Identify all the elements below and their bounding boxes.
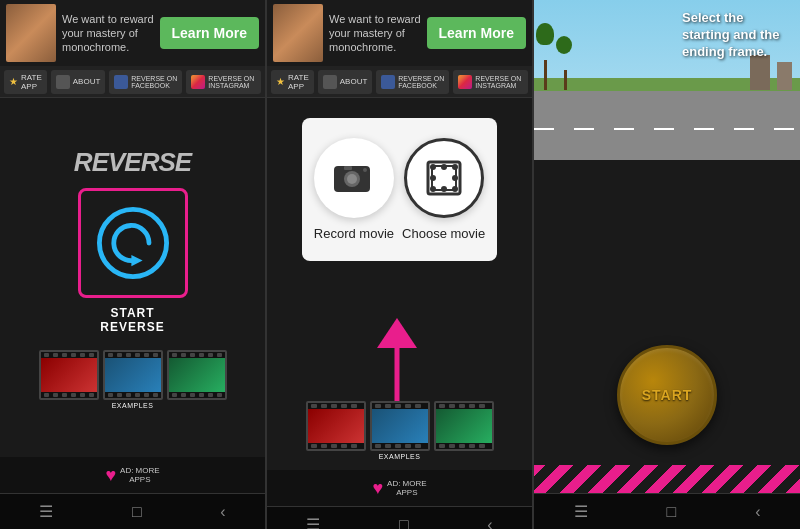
svg-point-4: [347, 174, 357, 184]
info-icon-mid: [323, 75, 337, 89]
right-main: START: [534, 160, 800, 465]
nav-bar-right: ☰ □ ‹: [534, 493, 800, 529]
stamp-icon: [422, 156, 466, 200]
nav-back-icon-right[interactable]: ‹: [755, 503, 760, 521]
svg-point-10: [452, 164, 458, 170]
rate-app-btn[interactable]: ★ RATE APP: [4, 70, 47, 94]
facebook-icon: [114, 75, 128, 89]
svg-rect-5: [344, 166, 352, 170]
svg-point-14: [441, 186, 447, 192]
ad-text-mid: We want to reward your mastery of monoch…: [329, 12, 421, 55]
hazard-stripe: [534, 465, 800, 493]
ad-more-apps-mid[interactable]: AD: MORE APPS: [387, 479, 427, 497]
ad-more-apps-left[interactable]: AD: MORE APPS: [120, 466, 160, 484]
start-reverse-button[interactable]: [78, 188, 188, 298]
panel-right: Select the starting and the ending frame…: [534, 0, 800, 529]
nav-bar-mid: ☰ □ ‹: [267, 506, 532, 529]
record-choose-dialog: Record movie: [302, 118, 497, 261]
nav-home-icon-right[interactable]: □: [667, 503, 677, 521]
svg-point-12: [452, 186, 458, 192]
svg-point-16: [452, 175, 458, 181]
film-thumb-mid-3[interactable]: [434, 401, 494, 451]
nav-back-icon[interactable]: ‹: [220, 503, 225, 521]
examples-label-mid: EXAMPLES: [379, 453, 421, 460]
nav-back-icon-mid[interactable]: ‹: [487, 516, 492, 530]
film-thumb-1[interactable]: [39, 350, 99, 400]
start-reverse-label: START REVERSE: [100, 306, 164, 334]
camera-icon: [332, 156, 376, 200]
start-button[interactable]: START: [617, 345, 717, 445]
svg-marker-1: [131, 255, 142, 266]
main-content-left: REVERSE START REVERSE: [0, 98, 265, 457]
record-circle[interactable]: [314, 138, 394, 218]
film-thumb-mid-1[interactable]: [306, 401, 366, 451]
nav-home-icon[interactable]: □: [132, 503, 142, 521]
info-icon: [56, 75, 70, 89]
panel-mid: We want to reward your mastery of monoch…: [267, 0, 534, 529]
facebook-btn-mid[interactable]: REVERSE ON FACEBOOK: [376, 70, 449, 94]
film-thumb-2[interactable]: [103, 350, 163, 400]
nav-bar-left: ☰ □ ‹: [0, 493, 265, 529]
reverse-icon: [93, 203, 173, 283]
svg-point-15: [430, 175, 436, 181]
panel-left: We want to reward your mastery of monoch…: [0, 0, 267, 529]
main-content-mid: Record movie: [267, 98, 532, 470]
video-preview: Select the starting and the ending frame…: [534, 0, 800, 160]
svg-point-9: [430, 164, 436, 170]
start-label: START: [642, 387, 693, 403]
rate-app-btn-mid[interactable]: ★ RATE APP: [271, 70, 314, 94]
ad-cta-left[interactable]: Learn More: [160, 17, 259, 49]
reverse-logo: REVERSE: [74, 147, 191, 178]
about-btn-mid[interactable]: ABOUT: [318, 70, 373, 94]
ad-banner-left[interactable]: We want to reward your mastery of monoch…: [0, 0, 265, 66]
film-thumb-3[interactable]: [167, 350, 227, 400]
nav-menu-icon-right[interactable]: ☰: [574, 502, 588, 521]
ad-thumbnail-left: [6, 4, 56, 62]
ad-thumbnail-mid: [273, 4, 323, 62]
examples-strip-mid: [306, 401, 494, 451]
video-overlay-text: Select the starting and the ending frame…: [682, 10, 792, 61]
examples-strip-left: [39, 350, 227, 400]
choose-movie-label: Choose movie: [402, 226, 485, 241]
svg-point-13: [441, 164, 447, 170]
about-btn[interactable]: ABOUT: [51, 70, 106, 94]
choose-circle[interactable]: [404, 138, 484, 218]
instagram-btn[interactable]: REVERSE ON INSTAGRAM: [186, 70, 261, 94]
nav-menu-icon[interactable]: ☰: [39, 502, 53, 521]
instagram-icon: [191, 75, 205, 89]
ad-text-left: We want to reward your mastery of monoch…: [62, 12, 154, 55]
heart-icon-mid: ♥: [372, 478, 383, 499]
record-movie-label: Record movie: [314, 226, 394, 241]
choose-movie-option[interactable]: Choose movie: [402, 138, 485, 241]
instagram-btn-mid[interactable]: REVERSE ON INSTAGRAM: [453, 70, 528, 94]
ad-banner-mid[interactable]: We want to reward your mastery of monoch…: [267, 0, 532, 66]
heart-icon-left: ♥: [105, 465, 116, 486]
facebook-btn[interactable]: REVERSE ON FACEBOOK: [109, 70, 182, 94]
star-icon: ★: [9, 76, 18, 87]
svg-point-6: [363, 168, 367, 172]
svg-marker-18: [377, 318, 417, 348]
record-movie-option[interactable]: Record movie: [314, 138, 394, 241]
toolbar-left: ★ RATE APP ABOUT REVERSE ON FACEBOOK REV…: [0, 66, 265, 98]
facebook-icon-mid: [381, 75, 395, 89]
bottom-bar-left[interactable]: ♥ AD: MORE APPS: [0, 457, 265, 493]
toolbar-mid: ★ RATE APP ABOUT REVERSE ON FACEBOOK REV…: [267, 66, 532, 98]
film-thumb-mid-2[interactable]: [370, 401, 430, 451]
svg-point-11: [430, 186, 436, 192]
star-icon-mid: ★: [276, 76, 285, 87]
svg-point-0: [99, 209, 166, 276]
bottom-bar-mid[interactable]: ♥ AD: MORE APPS: [267, 470, 532, 506]
ad-cta-mid[interactable]: Learn More: [427, 17, 526, 49]
examples-label-left: EXAMPLES: [112, 402, 154, 409]
nav-menu-icon-mid[interactable]: ☰: [306, 515, 320, 529]
instagram-icon-mid: [458, 75, 472, 89]
nav-home-icon-mid[interactable]: □: [399, 516, 409, 530]
